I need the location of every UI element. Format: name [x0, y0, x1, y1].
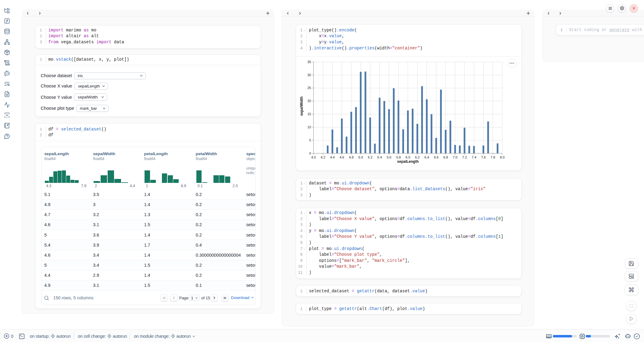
- svg-text:0: 0: [309, 151, 311, 155]
- svg-text:4.2: 4.2: [320, 155, 325, 159]
- svg-text:6.2: 6.2: [415, 155, 420, 159]
- svg-text:7.8: 7.8: [490, 155, 495, 159]
- svg-text:5.4: 5.4: [377, 155, 382, 159]
- svg-text:5.6: 5.6: [387, 155, 391, 159]
- svg-text:5.8: 5.8: [396, 155, 401, 159]
- svg-text:35: 35: [307, 60, 311, 64]
- svg-text:6.0: 6.0: [406, 155, 410, 159]
- svg-text:7.2: 7.2: [462, 155, 467, 159]
- svg-text:15: 15: [307, 112, 311, 116]
- svg-text:6.8: 6.8: [443, 155, 448, 159]
- svg-text:6.6: 6.6: [434, 155, 438, 159]
- svg-text:20: 20: [307, 99, 311, 103]
- svg-text:25: 25: [307, 86, 311, 90]
- svg-text:5.2: 5.2: [368, 155, 372, 159]
- svg-text:4.6: 4.6: [339, 155, 344, 159]
- svg-text:10: 10: [307, 125, 311, 129]
- svg-text:4.4: 4.4: [330, 155, 335, 159]
- svg-text:5: 5: [309, 138, 311, 142]
- svg-text:5.0: 5.0: [358, 155, 363, 159]
- svg-text:30: 30: [307, 73, 311, 77]
- svg-text:6.4: 6.4: [424, 155, 429, 159]
- svg-text:7.6: 7.6: [481, 155, 485, 159]
- svg-text:8.0: 8.0: [500, 155, 504, 159]
- svg-text:7.4: 7.4: [472, 155, 476, 159]
- svg-text:sepalWidth: sepalWidth: [299, 96, 304, 116]
- svg-text:sepalLength: sepalLength: [397, 159, 419, 164]
- svg-text:4.8: 4.8: [349, 155, 353, 159]
- svg-text:4.0: 4.0: [311, 155, 316, 159]
- svg-text:7.0: 7.0: [453, 155, 457, 159]
